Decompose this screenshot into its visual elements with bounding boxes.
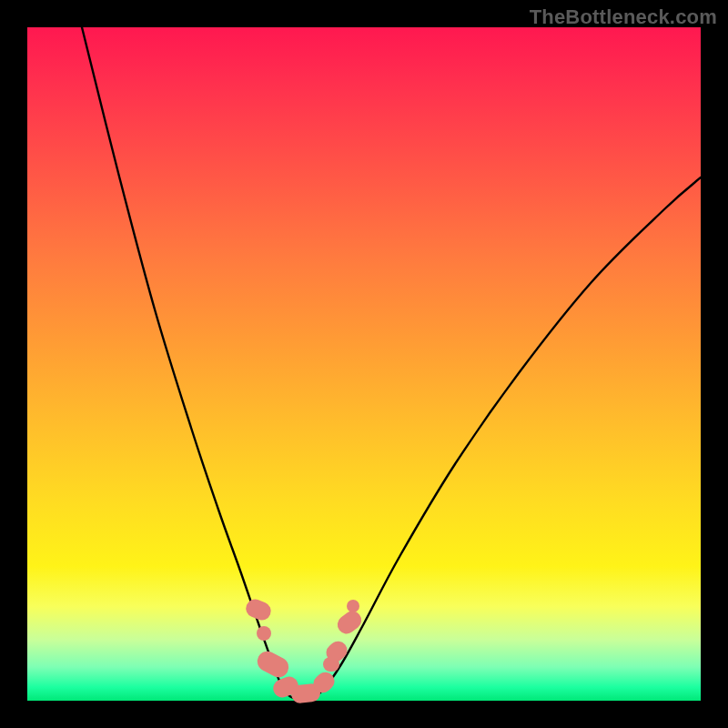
- data-marker: [257, 626, 271, 641]
- plot-area: [27, 27, 701, 701]
- data-markers: [27, 27, 701, 701]
- data-marker: [243, 596, 273, 622]
- data-marker: [254, 648, 292, 681]
- watermark-text: TheBottleneck.com: [530, 5, 717, 29]
- data-marker: [334, 608, 365, 638]
- data-marker: [347, 600, 359, 612]
